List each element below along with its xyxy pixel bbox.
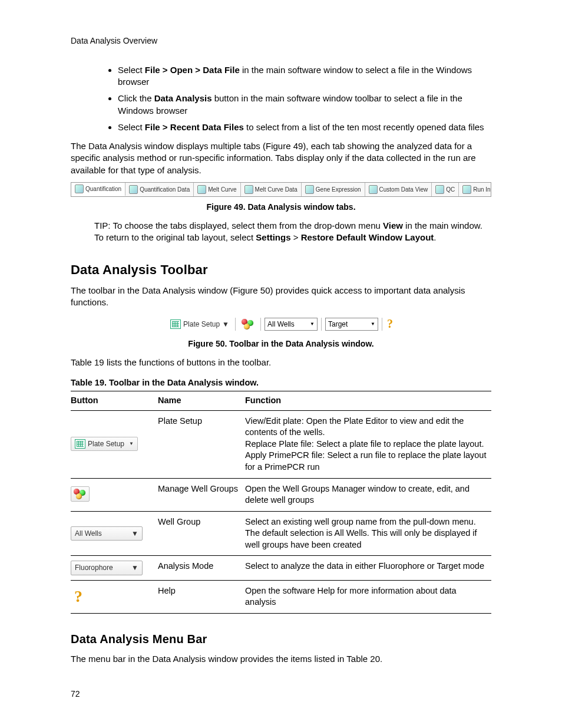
qc-icon	[435, 185, 444, 194]
curve-icon	[197, 185, 206, 194]
paragraph: The Data Analysis window displays multip…	[71, 140, 491, 176]
figure-49-caption: Figure 49. Data Analysis window tabs.	[71, 202, 491, 213]
chevron-down-icon: ▼	[371, 321, 375, 328]
tab-melt-curve[interactable]: Melt Curve	[194, 183, 240, 196]
chevron-down-icon: ▼	[131, 529, 138, 538]
button-cell: Fluorophore▼	[71, 556, 158, 580]
tab-gene-expression[interactable]: Gene Expression	[302, 183, 365, 196]
chevron-down-icon: ▼	[129, 441, 134, 447]
col-header-name: Name	[158, 391, 245, 411]
manage-well-groups-button[interactable]	[242, 319, 254, 330]
info-icon	[462, 185, 471, 194]
function-cell: View/Edit plate: Open the Plate Editor t…	[245, 410, 491, 478]
help-icon[interactable]: ?	[71, 585, 86, 608]
chevron-down-icon: ▼	[310, 321, 315, 328]
bars-icon	[305, 185, 314, 194]
function-cell: Open the Well Groups Manager window to c…	[245, 478, 491, 511]
function-cell: Select an existing well group name from …	[245, 511, 491, 556]
table-19-caption: Table 19. Toolbar in the Data Analysis w…	[71, 377, 491, 389]
button-cell: ?	[71, 580, 158, 613]
page-number: 72	[71, 689, 491, 700]
gear-icon	[369, 185, 378, 194]
dropdown-select[interactable]: All Wells▼	[71, 526, 143, 541]
name-cell: Plate Setup	[158, 410, 245, 478]
table-icon	[244, 185, 253, 194]
table-row: All Wells▼Well GroupSelect an existing w…	[71, 511, 491, 556]
tab-run-information[interactable]: Run Information	[459, 183, 491, 196]
table-row: Plate Setup▼Plate SetupView/Edit plate: …	[71, 410, 491, 478]
figure-50-caption: Figure 50. Toolbar in the Data Analysis …	[71, 338, 491, 350]
paragraph: Table 19 lists the functions of buttons …	[71, 357, 491, 368]
plate-setup-button[interactable]: Plate Setup ▼	[170, 319, 229, 329]
divider	[382, 318, 382, 331]
name-cell: Help	[158, 580, 245, 613]
dropdown-select[interactable]: Fluorophore▼	[71, 561, 143, 575]
wells-icon	[74, 489, 87, 499]
analysis-mode-select[interactable]: Target ▼	[325, 318, 378, 331]
table-row: Manage Well GroupsOpen the Well Groups M…	[71, 478, 491, 511]
tab-custom-data-view[interactable]: Custom Data View	[365, 183, 432, 196]
button-cell	[71, 478, 158, 511]
page-header: Data Analysis Overview	[71, 35, 491, 47]
name-cell: Analysis Mode	[158, 556, 245, 580]
divider	[235, 318, 236, 331]
name-cell: Well Group	[158, 511, 245, 556]
button-cell: All Wells▼	[71, 511, 158, 556]
function-cell: Select to analyze the data in either Flu…	[245, 556, 491, 580]
col-header-function: Function	[245, 391, 491, 411]
list-item: Select File > Recent Data Files to selec…	[118, 121, 491, 133]
tab-quantification-data[interactable]: Quantification Data	[125, 183, 194, 196]
name-cell: Manage Well Groups	[158, 478, 245, 511]
divider	[260, 318, 261, 331]
section-heading-menu-bar: Data Analysis Menu Bar	[71, 631, 491, 647]
tab-quantification[interactable]: Quantification	[71, 183, 125, 196]
section-heading-toolbar: Data Analysis Toolbar	[71, 261, 491, 279]
list-item: Select File > Open > Data File in the ma…	[118, 64, 491, 88]
chart-icon	[75, 185, 84, 193]
paragraph: The menu bar in the Data Analysis window…	[71, 653, 491, 665]
data-analysis-tabs: Quantification Quantification Data Melt …	[71, 182, 491, 197]
list-item: Click the Data Analysis button in the ma…	[118, 93, 491, 117]
button-cell: Plate Setup▼	[71, 410, 158, 478]
well-group-select[interactable]: All Wells ▼	[265, 318, 318, 331]
table-icon	[129, 185, 138, 194]
tab-melt-curve-data[interactable]: Melt Curve Data	[241, 183, 302, 196]
paragraph: The toolbar in the Data Analysis window …	[71, 285, 491, 309]
manage-well-groups-button[interactable]	[71, 486, 90, 502]
chevron-down-icon: ▼	[222, 319, 229, 329]
function-cell: Open the software Help for more informat…	[245, 580, 491, 613]
table-row: ?HelpOpen the software Help for more inf…	[71, 580, 491, 613]
plate-icon	[75, 439, 85, 449]
help-button[interactable]: ?	[386, 316, 394, 332]
tip-paragraph: TIP: To choose the tabs displayed, selec…	[94, 220, 491, 244]
tab-qc[interactable]: QC	[432, 183, 459, 196]
divider	[321, 318, 322, 331]
chevron-down-icon: ▼	[131, 563, 138, 572]
plate-setup-button[interactable]: Plate Setup▼	[71, 437, 138, 451]
instruction-list: Select File > Open > Data File in the ma…	[71, 64, 491, 133]
plate-icon	[170, 319, 181, 329]
toolbar-functions-table: Button Name Function Plate Setup▼Plate S…	[71, 391, 491, 614]
data-analysis-toolbar: Plate Setup ▼ All Wells ▼ Target ▼ ?	[164, 314, 398, 334]
col-header-button: Button	[71, 391, 158, 411]
table-row: Fluorophore▼Analysis ModeSelect to analy…	[71, 556, 491, 580]
